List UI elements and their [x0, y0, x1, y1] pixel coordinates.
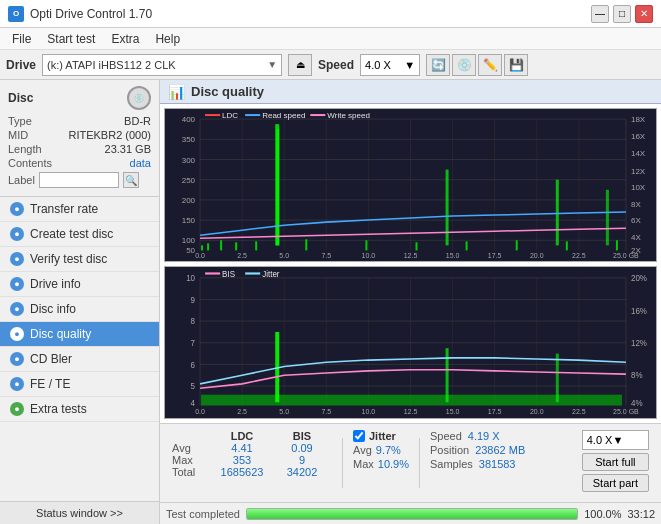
- sidebar-item-disc-quality[interactable]: ● Disc quality: [0, 322, 159, 347]
- total-label: Total: [172, 466, 212, 478]
- minimize-button[interactable]: —: [591, 5, 609, 23]
- eject-button[interactable]: ⏏: [288, 54, 312, 76]
- svg-text:10.0: 10.0: [362, 406, 376, 415]
- avg-bis: 0.09: [272, 442, 332, 454]
- svg-rect-58: [365, 240, 367, 250]
- refresh-button[interactable]: 🔄: [426, 54, 450, 76]
- menu-help[interactable]: Help: [147, 30, 188, 48]
- samples-label: Samples: [430, 458, 473, 470]
- svg-text:12.5: 12.5: [404, 406, 418, 415]
- svg-text:8X: 8X: [631, 200, 641, 209]
- app-icon: O: [8, 6, 24, 22]
- svg-text:100: 100: [182, 236, 196, 245]
- drive-selector[interactable]: (k:) ATAPI iHBS112 2 CLK ▼: [42, 54, 282, 76]
- progress-bar-background: [246, 508, 578, 520]
- svg-text:20%: 20%: [631, 272, 648, 282]
- chart-title: Disc quality: [191, 84, 264, 99]
- svg-text:6: 6: [191, 359, 196, 369]
- svg-text:22.5: 22.5: [572, 252, 586, 259]
- disc-length-row: Length 23.31 GB: [8, 142, 151, 156]
- svg-text:16%: 16%: [631, 305, 648, 315]
- divider-2: [419, 438, 420, 488]
- maximize-button[interactable]: □: [613, 5, 631, 23]
- speed-selector[interactable]: 4.0 X ▼: [360, 54, 420, 76]
- position-label: Position: [430, 444, 469, 456]
- disc-quality-icon: ●: [10, 327, 24, 341]
- sidebar-item-disc-info[interactable]: ● Disc info: [0, 297, 159, 322]
- create-test-icon: ●: [10, 227, 24, 241]
- svg-text:50: 50: [186, 246, 195, 255]
- label-input[interactable]: [39, 172, 119, 188]
- start-part-button[interactable]: Start part: [582, 474, 649, 492]
- svg-text:15.0: 15.0: [446, 406, 460, 415]
- start-full-button[interactable]: Start full: [582, 453, 649, 471]
- progress-area: Test completed 100.0% 33:12: [160, 502, 661, 524]
- svg-rect-55: [235, 242, 237, 250]
- svg-rect-56: [255, 241, 257, 250]
- fe-te-icon: ●: [10, 377, 24, 391]
- svg-rect-63: [616, 240, 618, 250]
- close-button[interactable]: ✕: [635, 5, 653, 23]
- svg-rect-115: [205, 272, 220, 274]
- svg-text:12%: 12%: [631, 337, 648, 347]
- menu-extra[interactable]: Extra: [103, 30, 147, 48]
- jitter-max-val: 10.9%: [378, 458, 409, 470]
- menu-file[interactable]: File: [4, 30, 39, 48]
- sidebar-item-fe-te[interactable]: ● FE / TE: [0, 372, 159, 397]
- verify-test-label: Verify test disc: [30, 252, 107, 266]
- sidebar-item-drive-info[interactable]: ● Drive info: [0, 272, 159, 297]
- titlebar-title: Opti Drive Control 1.70: [30, 7, 152, 21]
- length-value: 23.31 GB: [105, 143, 151, 155]
- cd-bler-icon: ●: [10, 352, 24, 366]
- speed-select-widget[interactable]: 4.0 X ▼: [582, 430, 649, 450]
- sidebar-item-cd-bler[interactable]: ● CD Bler: [0, 347, 159, 372]
- svg-rect-57: [305, 239, 307, 250]
- write-icon-btn[interactable]: ✏️: [478, 54, 502, 76]
- svg-rect-68: [310, 114, 325, 116]
- svg-rect-114: [556, 353, 559, 402]
- length-label: Length: [8, 143, 42, 155]
- svg-text:17.5: 17.5: [488, 406, 502, 415]
- disc-icon-btn[interactable]: 💿: [452, 54, 476, 76]
- save-button[interactable]: 💾: [504, 54, 528, 76]
- jitter-max-label: Max: [353, 458, 374, 470]
- svg-text:9: 9: [191, 294, 196, 304]
- transfer-rate-icon: ●: [10, 202, 24, 216]
- disc-info-label: Disc info: [30, 302, 76, 316]
- mid-value: RITEKBR2 (000): [68, 129, 151, 141]
- sidebar-item-extra-tests[interactable]: ● Extra tests: [0, 397, 159, 422]
- sidebar-item-verify-test-disc[interactable]: ● Verify test disc: [0, 247, 159, 272]
- cd-bler-label: CD Bler: [30, 352, 72, 366]
- disc-label-row: Label 🔍: [8, 170, 151, 190]
- label-edit-button[interactable]: 🔍: [123, 172, 139, 188]
- svg-rect-61: [516, 240, 518, 250]
- disc-title: Disc: [8, 91, 33, 105]
- svg-text:200: 200: [182, 196, 196, 205]
- content-area: 📊 Disc quality: [160, 80, 661, 524]
- speed-stat-value: 4.19 X: [468, 430, 500, 442]
- svg-rect-51: [606, 190, 609, 246]
- extra-tests-icon: ●: [10, 402, 24, 416]
- status-window-button[interactable]: Status window >>: [0, 501, 159, 524]
- disc-info-icon: ●: [10, 302, 24, 316]
- titlebar-left: O Opti Drive Control 1.70: [8, 6, 152, 22]
- titlebar-controls: — □ ✕: [591, 5, 653, 23]
- sidebar-item-create-test-disc[interactable]: ● Create test disc: [0, 222, 159, 247]
- svg-text:350: 350: [182, 135, 196, 144]
- menu-start-test[interactable]: Start test: [39, 30, 103, 48]
- sidebar-menu: ● Transfer rate ● Create test disc ● Ver…: [0, 197, 159, 501]
- svg-rect-66: [245, 114, 260, 116]
- contents-label: Contents: [8, 157, 52, 169]
- svg-text:5.0: 5.0: [279, 252, 289, 259]
- svg-text:16X: 16X: [631, 132, 646, 141]
- charts-area: 400 350 300 250 200 150 100 50 18X 16X 1…: [160, 104, 661, 423]
- jitter-checkbox[interactable]: [353, 430, 365, 442]
- svg-rect-53: [207, 243, 209, 250]
- type-label: Type: [8, 115, 32, 127]
- svg-rect-64: [205, 114, 220, 116]
- svg-text:5.0: 5.0: [279, 406, 289, 415]
- extra-tests-label: Extra tests: [30, 402, 87, 416]
- mid-label: MID: [8, 129, 28, 141]
- type-value: BD-R: [124, 115, 151, 127]
- sidebar-item-transfer-rate[interactable]: ● Transfer rate: [0, 197, 159, 222]
